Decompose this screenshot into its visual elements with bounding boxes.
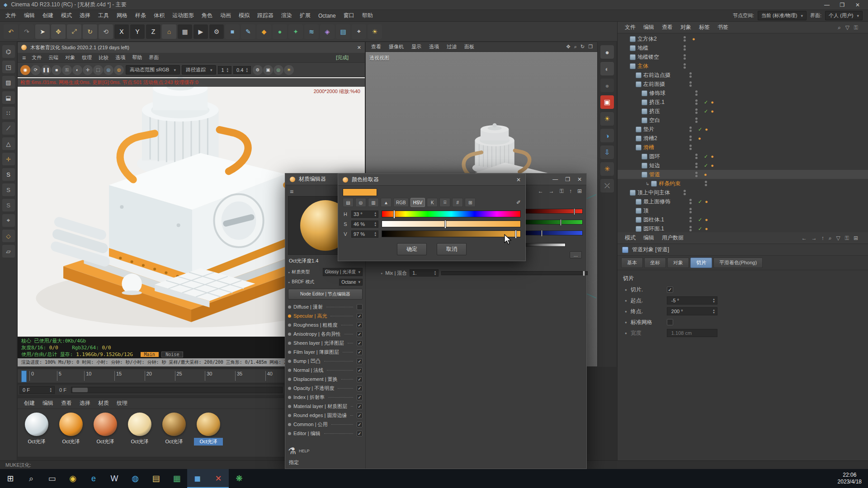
spinner-icon[interactable]: ▴▾: [713, 309, 715, 314]
object-name[interactable]: 滑槽2: [643, 135, 685, 142]
material-thumbnail[interactable]: Oct光泽: [57, 413, 85, 446]
menu-item[interactable]: 材质: [94, 398, 113, 408]
visibility-dots[interactable]: [689, 145, 692, 150]
channel-label[interactable]: Bump | 凹凸: [293, 358, 321, 365]
menu-item[interactable]: 编辑: [640, 22, 658, 33]
channel-row[interactable]: Specular | 高光 ✓: [288, 311, 363, 320]
am-lock-icon[interactable]: ⚿: [845, 235, 849, 241]
mix-value-field[interactable]: 1. ▴▾: [410, 269, 439, 277]
octane-settings-icon[interactable]: ⚙: [253, 65, 263, 75]
octane-ball-alt-icon[interactable]: ◐: [600, 62, 614, 75]
channel-checkbox[interactable]: ✓: [357, 367, 363, 373]
om-search-icon[interactable]: ⌕: [838, 24, 841, 31]
channel-checkbox[interactable]: ✓: [357, 358, 363, 364]
spinner-icon[interactable]: ▴▾: [227, 67, 229, 73]
octane-camera-icon[interactable]: ▣: [600, 95, 614, 109]
object-name[interactable]: 顶上中间主体: [637, 189, 679, 197]
rotate-tool[interactable]: ↻: [83, 24, 97, 39]
channel-checkbox[interactable]: ✓: [357, 413, 363, 418]
green-slider[interactable]: [523, 220, 583, 225]
dialog-titlebar[interactable]: 颜色拾取器 ✕: [338, 174, 525, 186]
material-tag-icon[interactable]: ●: [705, 127, 708, 132]
mix-slider[interactable]: [441, 271, 588, 275]
start-button[interactable]: ⊞: [0, 469, 21, 488]
visibility-dots[interactable]: [695, 172, 698, 177]
octane-pause-icon[interactable]: ❚❚: [41, 65, 51, 75]
timeline-playhead[interactable]: [21, 371, 27, 382]
object-name[interactable]: 右前边点摄: [643, 71, 685, 79]
visibility-dots[interactable]: [705, 181, 707, 186]
menu-item[interactable]: 渲染: [278, 10, 296, 21]
om-filter-icon[interactable]: ▽: [845, 24, 849, 31]
object-name[interactable]: 短边: [649, 162, 691, 169]
menu-item[interactable]: 标签: [695, 22, 713, 33]
object-name[interactable]: 管道: [649, 171, 691, 178]
close-icon[interactable]: ✕: [357, 45, 361, 51]
object-tree-row[interactable]: 圆柱体.1 ✓ ●: [618, 215, 868, 224]
field-menu[interactable]: ≋: [304, 24, 319, 39]
material-tag-icon[interactable]: ●: [704, 172, 707, 177]
channel-checkbox[interactable]: ✓: [357, 313, 363, 319]
material-tag-icon[interactable]: ●: [692, 36, 695, 42]
channel-row[interactable]: Diffuse | 漫射 ✓: [288, 302, 363, 311]
enabled-check-icon[interactable]: ✓: [698, 217, 702, 223]
menu-item[interactable]: 对象: [62, 53, 78, 62]
saturation-value-field[interactable]: 46 % ▴▾: [351, 221, 378, 228]
more-button[interactable]: ...: [570, 251, 582, 258]
visibility-dots[interactable]: [689, 127, 692, 132]
hamburger-icon[interactable]: ≡: [20, 53, 28, 62]
channel-label[interactable]: Sheen layer | 光泽图层: [293, 340, 344, 347]
menu-item[interactable]: 动画: [217, 10, 235, 21]
value-value-field[interactable]: 97 % ▴▾: [351, 230, 378, 238]
interface-select[interactable]: 个人 (用户) ▾: [825, 11, 863, 20]
chrome-icon[interactable]: ◉: [62, 469, 83, 488]
spinner-icon[interactable]: ▴▾: [713, 298, 715, 303]
octane-dark-ball-icon[interactable]: ●: [600, 79, 614, 92]
grid-icon[interactable]: ⊞: [577, 188, 582, 194]
gradient-mode-icon[interactable]: ▥: [368, 198, 379, 207]
object-tree-row[interactable]: 管道 ✓ ●: [618, 170, 868, 179]
visibility-dots[interactable]: [689, 72, 692, 78]
red-slider-handle[interactable]: [574, 208, 575, 215]
object-name[interactable]: 样条约束: [659, 180, 700, 188]
viewport-toggle-icon[interactable]: ❐: [588, 44, 593, 50]
render-settings-button[interactable]: ⚙: [209, 24, 224, 39]
object-name[interactable]: 垫片: [643, 126, 685, 133]
word-app-icon[interactable]: W: [104, 469, 125, 488]
end-angle-field[interactable]: 200 ° ▴▾: [667, 307, 717, 315]
red-app-icon[interactable]: ✕: [208, 469, 229, 488]
hue-slider-handle[interactable]: [393, 210, 395, 219]
octane-spin1-field[interactable]: 1 ▴▾: [218, 66, 231, 74]
object-tree-row[interactable]: 最上面修饰 ✓ ●: [618, 197, 868, 206]
menu-item[interactable]: 查看: [658, 22, 676, 33]
menu-item[interactable]: 模式: [57, 10, 75, 21]
mixer-mode-icon[interactable]: ⌸: [439, 198, 450, 207]
deformer-menu[interactable]: ◈: [320, 24, 335, 39]
material-tag-icon[interactable]: ●: [711, 99, 714, 105]
visibility-dots[interactable]: [689, 136, 692, 141]
visibility-dots[interactable]: [684, 54, 686, 60]
visibility-dots[interactable]: [689, 199, 692, 204]
simulate-menu[interactable]: ✦: [288, 24, 303, 39]
taskbar-clock[interactable]: 22:06 2023/4/18: [831, 472, 868, 485]
solo-single-tool[interactable]: S: [2, 183, 15, 196]
object-tree-row[interactable]: 立方体2 ✓ ●: [618, 34, 868, 43]
octane-environment-icon[interactable]: ◑: [600, 129, 614, 142]
octane-render-target-icon[interactable]: ◎: [274, 65, 283, 75]
object-name[interactable]: 地槛镂空: [637, 53, 679, 61]
close-button[interactable]: ✕: [516, 177, 521, 183]
menu-item[interactable]: 网格: [113, 10, 131, 21]
visibility-dots[interactable]: [684, 45, 686, 51]
menu-item[interactable]: 用户数据: [658, 233, 687, 243]
render-view-button[interactable]: ▦: [178, 24, 192, 39]
menu-item[interactable]: 体积: [150, 10, 168, 21]
material-tag-icon[interactable]: ●: [711, 108, 714, 114]
menu-item[interactable]: 比较: [95, 53, 112, 62]
channel-label[interactable]: Anisotropy | 各向异性: [293, 331, 341, 338]
material-thumbnail[interactable]: Oct光泽: [91, 413, 120, 446]
move-tool[interactable]: ✥: [51, 24, 66, 39]
current-frame-field[interactable]: 0 F ▴▾: [19, 386, 55, 394]
channel-row[interactable]: Normal | 法线 ✓: [288, 366, 363, 375]
enabled-check-icon[interactable]: ✓: [698, 127, 702, 132]
channel-row[interactable]: Sheen layer | 光泽图层 ✓: [288, 338, 363, 347]
